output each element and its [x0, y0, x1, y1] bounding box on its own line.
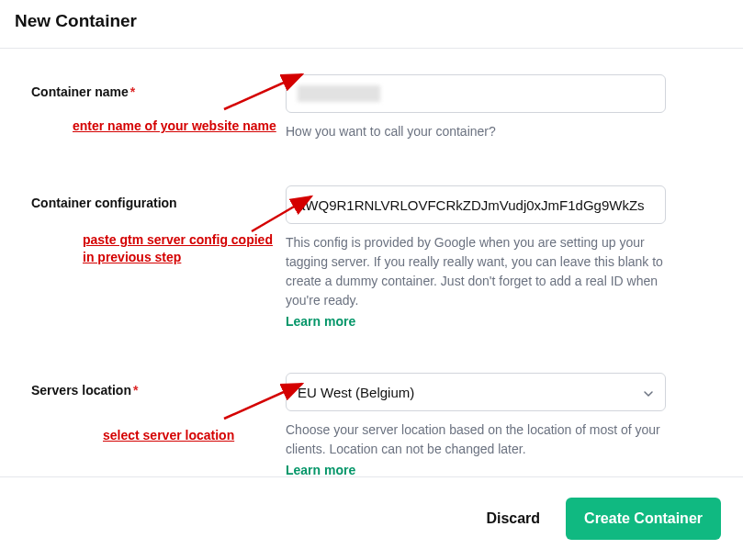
- required-mark: *: [130, 84, 135, 99]
- page-title: New Container: [15, 11, 728, 31]
- chevron-down-icon: [643, 386, 654, 398]
- row-container-name: Container name* How you want to call you…: [31, 74, 712, 141]
- helper-servers-location: Choose your server location based on the…: [286, 420, 666, 459]
- servers-location-select[interactable]: EU West (Belgium): [286, 373, 666, 411]
- learn-more-config[interactable]: Learn more: [286, 314, 666, 329]
- helper-container-config: This config is provided by Google when y…: [286, 233, 666, 310]
- label-col: Servers location*: [31, 373, 286, 398]
- select-value: EU West (Belgium): [298, 385, 414, 400]
- learn-more-location[interactable]: Learn more: [286, 463, 666, 477]
- annotation-config: paste gtm server config copied in previo…: [83, 231, 273, 266]
- label-container-config: Container configuration: [31, 196, 177, 210]
- label-col: Container name*: [31, 74, 286, 100]
- label-servers-location: Servers location*: [31, 383, 138, 398]
- container-config-input[interactable]: [286, 185, 666, 224]
- input-col: This config is provided by Google when y…: [286, 185, 666, 329]
- row-servers-location: Servers location* EU West (Belgium) Choo…: [31, 373, 712, 477]
- input-col: EU West (Belgium) Choose your server loc…: [286, 373, 666, 477]
- annotation-location: select server location: [103, 428, 234, 442]
- row-container-config: Container configuration This config is p…: [31, 185, 712, 329]
- input-col: How you want to call your container?: [286, 74, 666, 141]
- discard-button[interactable]: Discard: [486, 510, 540, 527]
- required-mark: *: [133, 383, 138, 398]
- container-name-input[interactable]: [286, 74, 666, 113]
- footer-bar: Discard Create Container: [0, 476, 743, 560]
- helper-container-name: How you want to call your container?: [286, 122, 666, 141]
- label-container-name: Container name*: [31, 84, 135, 99]
- label-col: Container configuration: [31, 185, 286, 211]
- annotation-name: enter name of your website name: [73, 118, 276, 133]
- page-header: New Container: [0, 0, 743, 48]
- create-container-button[interactable]: Create Container: [566, 498, 721, 540]
- redacted-text: [298, 85, 380, 102]
- form-area: Container name* How you want to call you…: [0, 49, 743, 477]
